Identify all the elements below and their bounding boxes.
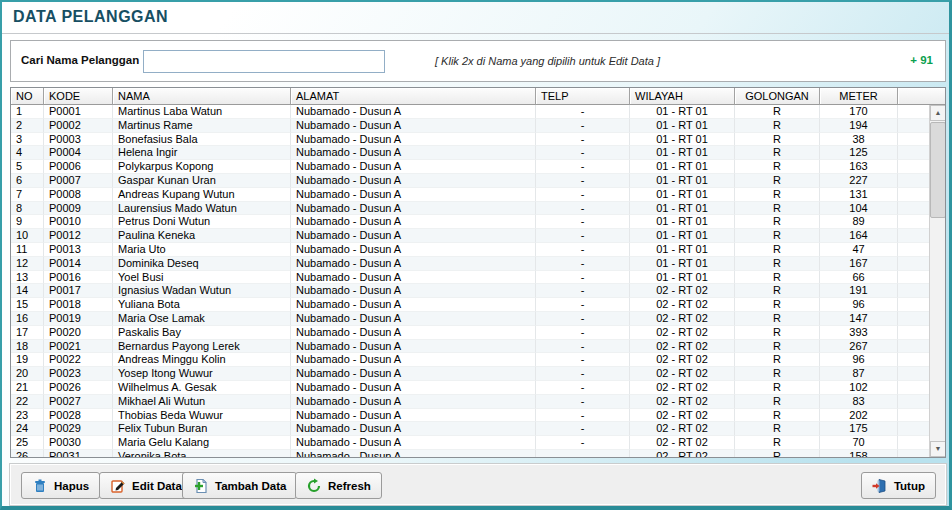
cell-filler xyxy=(898,395,929,409)
titlebar: DATA PELANGGAN xyxy=(2,2,949,33)
edit-data-button[interactable]: Edit Data xyxy=(99,472,193,499)
column-header-telp[interactable]: TELP xyxy=(536,88,630,105)
cell-telp: - xyxy=(536,229,630,243)
cell-alamat: Nubamado - Dusun A xyxy=(291,160,536,174)
tambah-data-button[interactable]: Tambah Data xyxy=(182,472,297,499)
cell-filler xyxy=(898,298,929,312)
cell-golongan: R xyxy=(735,160,820,174)
cell-telp: - xyxy=(536,409,630,423)
table-row[interactable]: 1 P0001 Martinus Laba Watun Nubamado - D… xyxy=(11,105,929,119)
table-row[interactable]: 3 P0003 Bonefasius Bala Nubamado - Dusun… xyxy=(11,133,929,147)
cell-telp: - xyxy=(536,367,630,381)
vertical-scrollbar[interactable]: ▲ ▼ xyxy=(929,105,945,457)
table-row[interactable]: 12 P0014 Dominika Deseq Nubamado - Dusun… xyxy=(11,257,929,271)
scroll-down-button[interactable]: ▼ xyxy=(930,441,946,457)
cell-filler xyxy=(898,229,929,243)
search-input[interactable] xyxy=(143,50,385,73)
table-row[interactable]: 14 P0017 Ignasius Wadan Wutun Nubamado -… xyxy=(11,284,929,298)
table-row[interactable]: 5 P0006 Polykarpus Kopong Nubamado - Dus… xyxy=(11,160,929,174)
column-header-nama[interactable]: NAMA xyxy=(113,88,291,105)
cell-filler xyxy=(898,160,929,174)
add-document-icon xyxy=(193,478,209,494)
table-row[interactable]: 23 P0028 Thobias Beda Wuwur Nubamado - D… xyxy=(11,409,929,423)
cell-meter: 104 xyxy=(820,202,898,216)
cell-telp: - xyxy=(536,160,630,174)
cell-alamat: Nubamado - Dusun A xyxy=(291,105,536,119)
table-row[interactable]: 6 P0007 Gaspar Kunan Uran Nubamado - Dus… xyxy=(11,174,929,188)
cell-no: 24 xyxy=(11,422,44,436)
column-header-alamat[interactable]: ALAMAT xyxy=(291,88,536,105)
cell-golongan: R xyxy=(735,119,820,133)
cell-alamat: Nubamado - Dusun A xyxy=(291,422,536,436)
cell-no: 12 xyxy=(11,257,44,271)
refresh-button[interactable]: Refresh xyxy=(295,472,382,499)
cell-kode: P0028 xyxy=(44,409,113,423)
cell-nama: Martinus Laba Watun xyxy=(113,105,291,119)
cell-wilayah: 02 - RT 02 xyxy=(630,422,735,436)
cell-alamat: Nubamado - Dusun A xyxy=(291,243,536,257)
cell-golongan: R xyxy=(735,381,820,395)
column-header-wilayah[interactable]: WILAYAH xyxy=(630,88,735,105)
trash-icon xyxy=(32,478,48,494)
table-row[interactable]: 11 P0013 Maria Uto Nubamado - Dusun A - … xyxy=(11,243,929,257)
table-row[interactable]: 16 P0019 Maria Ose Lamak Nubamado - Dusu… xyxy=(11,312,929,326)
cell-wilayah: 02 - RT 02 xyxy=(630,381,735,395)
exit-door-icon xyxy=(872,478,888,494)
table-row[interactable]: 13 P0016 Yoel Busi Nubamado - Dusun A - … xyxy=(11,271,929,285)
table-row[interactable]: 20 P0023 Yosep Itong Wuwur Nubamado - Du… xyxy=(11,367,929,381)
cell-kode: P0014 xyxy=(44,257,113,271)
cell-filler xyxy=(898,271,929,285)
scroll-up-button[interactable]: ▲ xyxy=(930,105,946,121)
hapus-button[interactable]: Hapus xyxy=(21,472,100,499)
column-header-meter[interactable]: METER xyxy=(820,88,898,105)
table-row[interactable]: 15 P0018 Yuliana Bota Nubamado - Dusun A… xyxy=(11,298,929,312)
cell-golongan: R xyxy=(735,105,820,119)
cell-kode: P0020 xyxy=(44,326,113,340)
cell-wilayah: 02 - RT 02 xyxy=(630,298,735,312)
cell-kode: P0001 xyxy=(44,105,113,119)
table-row[interactable]: 19 P0022 Andreas Minggu Kolin Nubamado -… xyxy=(11,353,929,367)
cell-alamat: Nubamado - Dusun A xyxy=(291,381,536,395)
cell-no: 5 xyxy=(11,160,44,174)
table-row[interactable]: 9 P0010 Petrus Doni Wutun Nubamado - Dus… xyxy=(11,215,929,229)
cell-meter: 83 xyxy=(820,395,898,409)
cell-meter: 163 xyxy=(820,160,898,174)
scrollbar-thumb[interactable] xyxy=(930,122,946,218)
cell-golongan: R xyxy=(735,367,820,381)
table-row[interactable]: 4 P0004 Helena Ingir Nubamado - Dusun A … xyxy=(11,146,929,160)
cell-telp: - xyxy=(536,422,630,436)
table-row[interactable]: 25 P0030 Maria Gelu Kalang Nubamado - Du… xyxy=(11,436,929,450)
cell-nama: Polykarpus Kopong xyxy=(113,160,291,174)
column-header-kode[interactable]: KODE xyxy=(44,88,113,105)
cell-telp: - xyxy=(536,215,630,229)
cell-no: 17 xyxy=(11,326,44,340)
cell-meter: 267 xyxy=(820,340,898,354)
table-row[interactable]: 18 P0021 Bernardus Payong Lerek Nubamado… xyxy=(11,340,929,354)
cell-no: 1 xyxy=(11,105,44,119)
table-row[interactable]: 21 P0026 Wilhelmus A. Gesak Nubamado - D… xyxy=(11,381,929,395)
cell-kode: P0023 xyxy=(44,367,113,381)
refresh-icon xyxy=(306,478,322,494)
cell-golongan: R xyxy=(735,326,820,340)
tutup-button[interactable]: Tutup xyxy=(861,472,936,499)
cell-wilayah: 02 - RT 02 xyxy=(630,436,735,450)
refresh-button-label: Refresh xyxy=(328,480,371,492)
column-header-golongan[interactable]: GOLONGAN xyxy=(735,88,820,105)
search-label: Cari Nama Pelanggan xyxy=(21,54,139,66)
table-row[interactable]: 22 P0027 Mikhael Ali Wutun Nubamado - Du… xyxy=(11,395,929,409)
table-row[interactable]: 17 P0020 Paskalis Bay Nubamado - Dusun A… xyxy=(11,326,929,340)
cell-wilayah: 01 - RT 01 xyxy=(630,133,735,147)
table-row[interactable]: 8 P0009 Laurensius Mado Watun Nubamado -… xyxy=(11,202,929,216)
column-header-no[interactable]: NO xyxy=(11,88,44,105)
table-row[interactable]: 2 P0002 Martinus Rame Nubamado - Dusun A… xyxy=(11,119,929,133)
cell-no: 19 xyxy=(11,353,44,367)
cell-golongan: R xyxy=(735,257,820,271)
cell-telp: - xyxy=(536,133,630,147)
table-row[interactable]: 26 P0031 Veronika Bota Nubamado - Dusun … xyxy=(11,450,929,457)
table-row[interactable]: 24 P0029 Felix Tubun Buran Nubamado - Du… xyxy=(11,422,929,436)
table-body: 1 P0001 Martinus Laba Watun Nubamado - D… xyxy=(11,105,929,457)
cell-golongan: R xyxy=(735,243,820,257)
cell-wilayah: 01 - RT 01 xyxy=(630,105,735,119)
table-row[interactable]: 10 P0012 Paulina Keneka Nubamado - Dusun… xyxy=(11,229,929,243)
table-row[interactable]: 7 P0008 Andreas Kupang Wutun Nubamado - … xyxy=(11,188,929,202)
